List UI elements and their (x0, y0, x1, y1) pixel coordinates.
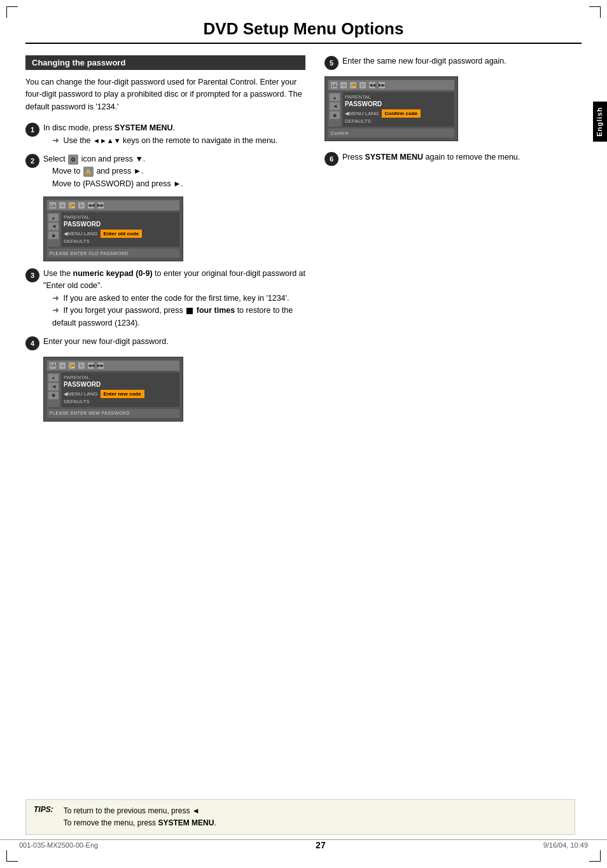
step-6-number: 6 (324, 152, 338, 166)
step-1-number: 1 (25, 123, 39, 137)
dvd2-sb-icon-2: ◀ (48, 383, 59, 390)
section-header: Changing the password (25, 55, 305, 70)
dvd-topbar-1: 1A ▭ 📻 ▷ ◀◀ ▶▶ (47, 200, 179, 210)
setup-icon: ⚙ (68, 155, 78, 165)
tips-content: To return to the previous menu, press ◄ … (64, 805, 216, 829)
step-2-content: Select ⚙ icon and press ▼. Move to 🔒 and… (43, 153, 305, 190)
dvd-highlight-1: Enter old code (101, 230, 143, 238)
dvd-main-3: PARENTAL PASSWORD ◀ MENU LANG Confirm co… (343, 92, 454, 127)
dvd-icon-6: ▶▶ (97, 202, 104, 209)
dvd-body-3: ▲ ◀ ⏹ PARENTAL PASSWORD ◀ MENU LANG Conf… (328, 92, 454, 127)
dvd-bottombar-2: PLEASE ENTER NEW PASSWORD (47, 409, 179, 418)
intro-text: You can change the four-digit password u… (25, 76, 305, 113)
step-1: 1 In disc mode, press SYSTEM MENU. ➜ Use… (25, 122, 305, 147)
nav-keys: ◄►▲▼ (93, 135, 121, 146)
dvd-highlight-2: Enter new code (101, 390, 144, 398)
dvd3-icon-6: ▶▶ (379, 82, 385, 88)
step-3-content: Use the numeric keypad (0-9) to enter yo… (43, 268, 305, 329)
dvd-icon-2: ▭ (59, 202, 66, 209)
dvd-item-text-2a: MENU LANG (67, 391, 98, 397)
down-arrow-key: ▼ (135, 155, 143, 163)
dvd-password-label-1: PASSWORD (64, 221, 178, 228)
step-3-keypad: numeric keypad (0-9) (73, 269, 153, 278)
dvd-main-2: PARENTAL PASSWORD ◀ MENU LANG Enter new … (62, 373, 179, 407)
dvd-screen-2: 1A ▭ 📻 ▷ ◀◀ ▶▶ ▲ ◀ ⏹ PARENTAL PASSWORD (43, 357, 183, 422)
dvd2-icon-6: ▶▶ (97, 362, 104, 369)
dvd-sb-icon-2: ◀ (48, 223, 59, 230)
tips-back-arrow: ◄ (192, 806, 200, 815)
dvd-sidebar-3: ▲ ◀ ⏹ (328, 92, 341, 127)
dvd2-icon-1: 1A (50, 362, 56, 369)
dvd-parental-label-3: PARENTAL (345, 94, 452, 100)
step-6: 6 Press SYSTEM MENU again to remove the … (324, 151, 582, 166)
dvd-bottombar-1: PLEASE ENTER OLD PASSWORD (47, 249, 179, 258)
dvd3-icon-4: ▷ (359, 82, 366, 88)
tips-box: TIPS: To return to the previous menu, pr… (25, 799, 575, 835)
step-3: 3 Use the numeric keypad (0-9) to enter … (25, 268, 305, 329)
dvd-sb-icon-3: ⏹ (48, 231, 59, 239)
step-6-content: Press SYSTEM MENU again to remove the me… (342, 151, 582, 163)
step-3-number: 3 (25, 268, 39, 282)
dvd2-icon-5: ◀◀ (88, 362, 94, 369)
page-title: DVD Setup Menu Options (25, 19, 582, 44)
dvd3-icon-5: ◀◀ (369, 82, 375, 88)
footer-left: 001-035-MX2500-00-Eng (19, 841, 98, 849)
corner-mark-tr (589, 6, 601, 18)
step-5-number: 5 (324, 56, 338, 70)
dvd-sidebar-2: ▲ ◀ ⏹ (47, 373, 60, 407)
dvd3-sb-icon-3: ⏹ (330, 111, 340, 119)
dvd-item-text-3a: MENU LANG (349, 111, 379, 116)
step-2-sub1: Move to 🔒 and press ►. (43, 165, 305, 177)
dvd2-icon-2: ▭ (59, 362, 66, 369)
dvd-bottom-text-3: Confirm (331, 131, 349, 135)
right-column: 5 Enter the same new four-digit password… (324, 55, 582, 428)
dvd-menu-item-2b: DEFAULTS (64, 399, 178, 404)
dvd-bottom-text-1: PLEASE ENTER OLD PASSWORD (50, 251, 129, 256)
dvd3-icon-2: ▭ (340, 82, 347, 88)
dvd2-icon-4: ▷ (78, 362, 85, 369)
step-6-system-menu: SYSTEM MENU (365, 153, 423, 162)
dvd3-sb-icon-1: ▲ (330, 93, 340, 101)
page-footer: 001-035-MX2500-00-Eng 27 9/16/04, 10:49 (0, 839, 607, 850)
step-3-four-times: four times (197, 306, 235, 315)
parental-icon: 🔒 (83, 167, 94, 177)
dvd3-icon-3: 📻 (350, 82, 356, 88)
dvd-parental-label-2: PARENTAL (64, 375, 178, 380)
dvd3-icon-1: 1A (331, 82, 337, 88)
step-5: 5 Enter the same new four-digit password… (324, 55, 582, 70)
two-column-layout: Changing the password You can change the… (25, 55, 582, 428)
dvd-bottom-text-2: PLEASE ENTER NEW PASSWORD (50, 411, 130, 415)
step-3-sub1: ➜ If you are asked to enter the code for… (43, 293, 305, 305)
corner-mark-tl (6, 6, 18, 18)
dvd-highlight-3: Confirm code (382, 109, 421, 118)
page-number: 27 (316, 840, 326, 850)
step-1-sub1: ➜ Use the ◄►▲▼ keys on the remote to nav… (43, 135, 305, 147)
dvd-topbar-2: 1A ▭ 📻 ▷ ◀◀ ▶▶ (47, 361, 179, 371)
dvd-main-1: PARENTAL PASSWORD ◀ MENU LANG Enter old … (62, 212, 179, 247)
step-1-system-menu: SYSTEM MENU (115, 123, 173, 132)
tips-label: TIPS: (34, 805, 53, 829)
step-2-number: 2 (25, 154, 39, 168)
dvd-sb-icon-1: ▲ (48, 214, 59, 221)
dvd-bottombar-3: Confirm (328, 128, 454, 137)
dvd-body-1: ▲ ◀ ⏹ PARENTAL PASSWORD ◀ MENU LANG Ente… (47, 212, 179, 247)
dvd2-icon-3: 📻 (69, 362, 75, 369)
step-3-arrow1: ➜ (52, 293, 59, 305)
main-content: DVD Setup Menu Options Changing the pass… (25, 19, 582, 428)
side-tab-english: English (593, 102, 607, 142)
tips-system-menu: SYSTEM MENU (158, 818, 214, 827)
stop-icon (186, 308, 193, 314)
step-3-sub2: ➜ If you forget your password, press fou… (43, 305, 305, 329)
dvd-menu-item-1a: ◀ MENU LANG Enter old code (64, 230, 178, 238)
dvd-password-label-3: PASSWORD (345, 100, 452, 107)
dvd-icon-5: ◀◀ (88, 202, 94, 209)
corner-mark-bl (6, 850, 18, 862)
dvd-menu-item-1b: DEFAULTS (64, 238, 178, 244)
dvd-menu-item-3a: ◀ MENU LANG Confirm code (345, 109, 452, 118)
corner-mark-br (589, 850, 601, 862)
tips-line2: To remove the menu, press SYSTEM MENU. (64, 817, 216, 829)
right-arrow-1: ► (134, 167, 141, 176)
dvd-topbar-3: 1A ▭ 📻 ▷ ◀◀ ▶▶ (328, 80, 454, 90)
step-2-sub2: Move to {PASSWORD} and press ►. (43, 178, 305, 190)
dvd-screen-3: 1A ▭ 📻 ▷ ◀◀ ▶▶ ▲ ◀ ⏹ PARENTAL PASSWORD (324, 76, 458, 141)
